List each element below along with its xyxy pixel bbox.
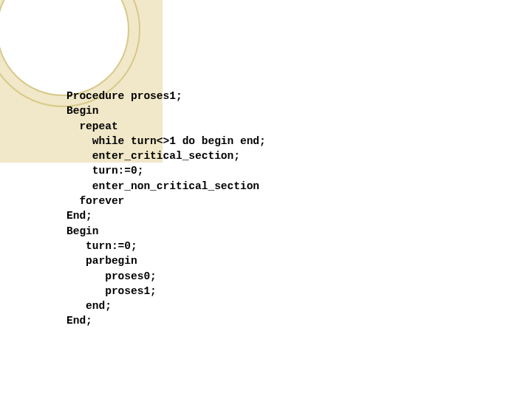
code-line: turn:=0; bbox=[66, 239, 266, 253]
code-line: End; bbox=[66, 313, 266, 328]
code-line: while turn<>1 do begin end; bbox=[66, 134, 266, 149]
code-line: enter_critical_section; bbox=[66, 149, 266, 163]
code-line: Begin bbox=[66, 224, 266, 239]
code-line: forever bbox=[66, 194, 266, 208]
code-line: parbegin bbox=[66, 253, 266, 268]
code-line: enter_non_critical_section bbox=[66, 179, 266, 194]
code-line: Begin bbox=[66, 103, 266, 118]
code-line: Procedure proses1; bbox=[66, 89, 266, 103]
code-block: Procedure proses1; Begin repeat while tu… bbox=[66, 89, 266, 329]
code-line: End; bbox=[66, 208, 266, 223]
code-line: proses1; bbox=[66, 284, 266, 299]
code-line: end; bbox=[66, 299, 266, 313]
code-line: turn:=0; bbox=[66, 163, 266, 178]
code-line: repeat bbox=[66, 119, 266, 134]
code-line: proses0; bbox=[66, 269, 266, 284]
